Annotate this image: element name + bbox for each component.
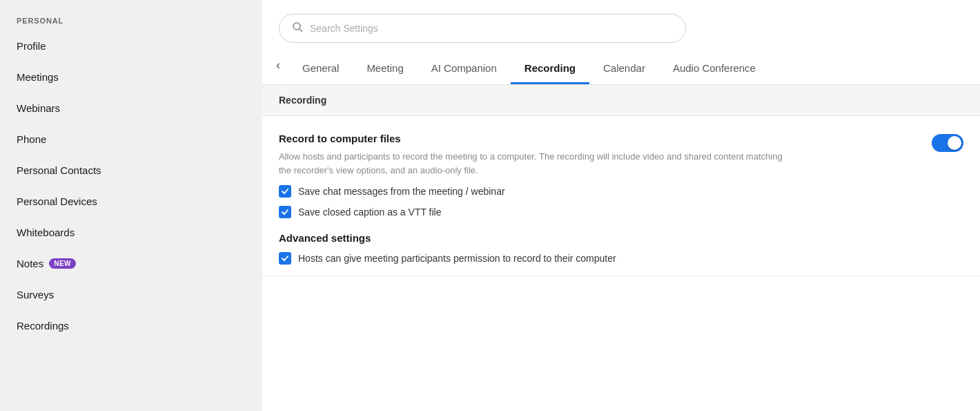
new-badge: NEW — [49, 258, 76, 269]
search-bar — [279, 14, 686, 43]
sidebar-item-meetings[interactable]: Meetings — [0, 61, 262, 93]
sidebar-item-label: Profile — [17, 40, 46, 52]
sidebar-item-label: Recordings — [17, 320, 69, 332]
sidebar-item-label: Surveys — [17, 289, 54, 300]
sidebar-item-notes[interactable]: Notes NEW — [0, 248, 262, 279]
sidebar-item-label: Phone — [17, 133, 46, 145]
section-header: Recording — [262, 85, 980, 116]
tabs-wrapper: ‹ General Meeting AI Companion Recording… — [262, 54, 980, 85]
sidebar-item-whiteboards[interactable]: Whiteboards — [0, 217, 262, 248]
back-button[interactable]: ‹ — [271, 58, 288, 81]
svg-line-1 — [300, 29, 302, 32]
sidebar-item-profile[interactable]: Profile — [0, 30, 262, 61]
main-content: ‹ General Meeting AI Companion Recording… — [262, 0, 980, 411]
record-to-computer-toggle[interactable] — [932, 134, 963, 152]
sidebar-item-label: Personal Devices — [17, 195, 97, 207]
checkbox-icon-hosts-permission[interactable] — [279, 252, 291, 265]
setting-description: Allow hosts and participants to record t… — [279, 150, 796, 177]
advanced-settings-title: Advanced settings — [279, 232, 963, 244]
checkbox-save-chat: Save chat messages from the meeting / we… — [279, 185, 963, 198]
sidebar: PERSONAL Profile Meetings Webinars Phone… — [0, 0, 262, 411]
search-bar-wrapper — [262, 0, 980, 43]
checkbox-label-hosts-permission: Hosts can give meeting participants perm… — [298, 253, 616, 264]
tab-audio-conference[interactable]: Audio Conference — [659, 54, 770, 84]
checkbox-hosts-permission: Hosts can give meeting participants perm… — [279, 252, 963, 265]
record-to-computer-block: Record to computer files Allow hosts and… — [262, 116, 980, 276]
sidebar-item-recordings[interactable]: Recordings — [0, 310, 262, 341]
checkbox-save-caption: Save closed caption as a VTT file — [279, 206, 963, 218]
checkbox-label-save-chat: Save chat messages from the meeting / we… — [298, 186, 505, 197]
checkbox-label-save-caption: Save closed caption as a VTT file — [298, 207, 442, 218]
checkbox-icon-save-chat[interactable] — [279, 185, 291, 198]
sidebar-item-label: Webinars — [17, 102, 60, 114]
checkbox-icon-save-caption[interactable] — [279, 206, 291, 218]
search-icon — [292, 21, 303, 35]
tab-ai-companion[interactable]: AI Companion — [418, 54, 511, 84]
sidebar-item-label: Meetings — [17, 71, 59, 83]
search-input[interactable] — [310, 23, 673, 34]
tab-general[interactable]: General — [288, 54, 353, 84]
tab-calendar[interactable]: Calendar — [589, 54, 659, 84]
setting-text: Record to computer files Allow hosts and… — [279, 133, 796, 177]
setting-row: Record to computer files Allow hosts and… — [279, 133, 963, 177]
sidebar-item-surveys[interactable]: Surveys — [0, 279, 262, 310]
tab-recording[interactable]: Recording — [511, 54, 589, 84]
sidebar-item-label: Notes — [17, 258, 43, 269]
sidebar-item-label: Whiteboards — [17, 227, 75, 238]
sidebar-item-label: Personal Contacts — [17, 164, 101, 176]
sidebar-item-phone[interactable]: Phone — [0, 124, 262, 155]
setting-title: Record to computer files — [279, 133, 796, 144]
content-area: Recording Record to computer files Allow… — [262, 85, 980, 411]
tab-meeting[interactable]: Meeting — [353, 54, 417, 84]
sidebar-section-label: PERSONAL — [0, 11, 262, 30]
sidebar-item-webinars[interactable]: Webinars — [0, 93, 262, 124]
sidebar-item-personal-devices[interactable]: Personal Devices — [0, 186, 262, 217]
sidebar-item-personal-contacts[interactable]: Personal Contacts — [0, 155, 262, 186]
